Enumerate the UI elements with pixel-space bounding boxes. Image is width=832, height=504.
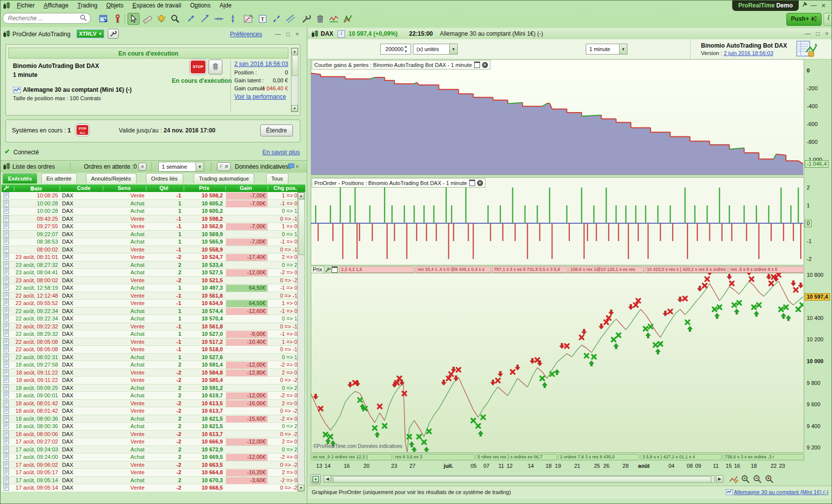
scroll-up-icon[interactable]: ▲ xyxy=(291,48,298,55)
table-row[interactable]: 18 août, 08:00:06DAXVente-210 613,70 => … xyxy=(1,431,305,439)
tab-en-attente[interactable]: En attente xyxy=(41,173,77,184)
table-row[interactable]: 23 août, 08:00:02DAXVente-210 521,50 => … xyxy=(1,277,305,285)
order-details-icon[interactable] xyxy=(3,269,9,276)
table-row[interactable]: 17 août, 09:24:03DAXAchat210 672,90 => 2 xyxy=(1,446,305,454)
units-select[interactable]: (x) unités▼ xyxy=(413,44,458,55)
search-input[interactable] xyxy=(2,13,91,24)
chart-scrollbar-track[interactable] xyxy=(332,475,715,483)
table-row[interactable]: 22 août, 08:29:32DAXAchat110 527,0-9,00€… xyxy=(1,330,305,338)
order-details-icon[interactable] xyxy=(3,377,9,384)
point-tool-icon[interactable] xyxy=(185,13,197,25)
table-row[interactable]: 08:00:02DAXVente-110 558,90 => -1 xyxy=(1,246,305,254)
equity-chart[interactable] xyxy=(311,60,803,175)
table-row[interactable]: 17 août, 09:05:17DAXVente-210 664,8-16,2… xyxy=(1,469,305,477)
close-button[interactable]: × xyxy=(820,1,828,9)
scroll-left-icon[interactable]: ◀ xyxy=(324,475,331,483)
table-row[interactable]: 18 août, 09:09:25DAXAchat210 591,20 => 2 xyxy=(1,384,305,392)
minimize-button[interactable]: — xyxy=(810,1,818,9)
pointer-tool-icon[interactable] xyxy=(128,13,139,25)
order-details-icon[interactable] xyxy=(3,292,9,300)
trash-icon[interactable] xyxy=(314,13,326,25)
trend-line-icon[interactable] xyxy=(199,13,211,25)
indicator-chart-icon[interactable] xyxy=(328,13,340,25)
order-details-icon[interactable] xyxy=(3,384,9,392)
performance-link[interactable]: Voir la performance xyxy=(234,93,286,100)
refresh-button[interactable] xyxy=(824,13,832,26)
proorder-maximize-icon[interactable]: □ xyxy=(286,31,290,38)
clear-pending-icon[interactable]: ✖ xyxy=(139,163,146,171)
tab-trading-automatique[interactable]: Trading automatique xyxy=(194,173,255,184)
orders-close-icon[interactable]: × xyxy=(295,163,299,170)
table-row[interactable]: 18 août, 08:01:42DAXVente-210 613,5-16,0… xyxy=(1,400,305,408)
table-row[interactable]: 22 août, 08:02:31DAXAchat110 527,60 => 1 xyxy=(1,354,305,362)
menu-espaces-de-travail[interactable]: Espaces de travail xyxy=(128,0,186,11)
period-select[interactable]: 1 semaine▼ xyxy=(158,162,204,172)
table-row[interactable]: 22 août, 09:55:52DAXVente-110 634,964,50… xyxy=(1,300,305,308)
order-details-icon[interactable] xyxy=(3,238,9,246)
table-row[interactable]: 09:27:55DAXVente-110 562,9-7,00€1 => 0 xyxy=(1,223,305,231)
positions-chart[interactable] xyxy=(311,178,803,265)
order-details-icon[interactable] xyxy=(3,253,9,261)
filter-button[interactable]: F ✖ xyxy=(217,162,231,171)
chart-minimize-icon[interactable]: — xyxy=(805,30,811,37)
menu-objets[interactable]: Objets xyxy=(102,0,128,11)
detach-window-icon[interactable] xyxy=(332,266,338,273)
table-row[interactable]: 18 août, 09:27:58DAXAchat210 591,4-12,00… xyxy=(1,361,305,369)
text-tool-icon[interactable]: T xyxy=(257,13,269,25)
order-details-icon[interactable] xyxy=(3,477,9,484)
horizontal-line-icon[interactable] xyxy=(213,13,225,25)
info-icon[interactable]: i xyxy=(338,30,345,38)
tab-ex-cut-s[interactable]: Exécutés xyxy=(2,173,37,184)
table-row[interactable]: 18 août, 09:11:22DAXVente-210 585,40 => … xyxy=(1,377,305,384)
settings-tools-icon[interactable] xyxy=(300,13,312,25)
order-details-icon[interactable] xyxy=(3,323,9,330)
order-details-icon[interactable] xyxy=(3,200,9,207)
chart-maximize-icon[interactable]: □ xyxy=(816,30,820,37)
scroll-down-icon[interactable]: ▼ xyxy=(291,105,298,112)
table-row[interactable]: 22 août, 09:22:34DAXAchat110 570,40 => 1 xyxy=(1,315,305,323)
new-window-icon[interactable] xyxy=(98,13,110,25)
stop-all-button[interactable]: STOPALL xyxy=(75,124,89,136)
table-row[interactable]: 18 août, 09:11:22DAXVente-210 584,8-12,8… xyxy=(1,369,305,377)
orders-scrollbar[interactable]: ▲ ▼ xyxy=(297,192,305,492)
positions-chart-tab[interactable]: ProOrder - Positions : Binomio AutoTradi… xyxy=(312,178,485,188)
order-details-icon[interactable] xyxy=(3,246,9,253)
tab-tous[interactable]: Tous xyxy=(266,173,288,184)
order-details-icon[interactable] xyxy=(3,231,9,238)
tab-annul-s-rejet-s[interactable]: Annulés/Rejetés xyxy=(86,173,137,184)
fibonacci-tool-icon[interactable] xyxy=(243,13,255,25)
scroll-down-icon[interactable]: ▼ xyxy=(298,485,304,491)
order-details-icon[interactable] xyxy=(3,223,9,230)
table-row[interactable]: 17 août, 09:05:14DAXAchat210 670,3-3,60€… xyxy=(1,477,305,485)
menu-affichage[interactable]: Affichage xyxy=(39,0,73,11)
orders-table-header[interactable]: | ⇧ Date |Code |Sens |Qté |Prix |Gain |C… xyxy=(1,185,305,192)
zoom-in-icon[interactable] xyxy=(764,474,774,486)
table-row[interactable]: 17 août, 09:27:02DAXVente-210 666,9-12,0… xyxy=(1,438,305,446)
order-details-icon[interactable] xyxy=(3,400,9,407)
order-details-icon[interactable] xyxy=(3,438,9,445)
chart-close-icon[interactable]: × xyxy=(825,30,829,37)
table-row[interactable]: 22 août, 08:05:08DAXVente-110 518,00 => … xyxy=(1,346,305,354)
menu-fichier[interactable]: Fichier xyxy=(12,0,39,11)
zoom-out-icon[interactable] xyxy=(753,474,763,486)
table-row[interactable]: 22 août, 12:12:48DAXVente-110 561,80 => … xyxy=(1,292,305,300)
order-details-icon[interactable] xyxy=(3,300,9,307)
card-scrollbar[interactable]: ▲ ▼ xyxy=(291,48,298,112)
ruler-tool-icon[interactable] xyxy=(141,13,153,25)
table-row[interactable]: 18 août, 08:01:42DAXVente-210 613,70 => … xyxy=(1,407,305,415)
table-row[interactable]: 22 août, 08:05:08DAXVente-110 517,2-10,4… xyxy=(1,338,305,346)
account-select[interactable]: XTRLV▼ xyxy=(76,29,105,39)
close-icon[interactable]: ✕ xyxy=(482,62,488,68)
table-row[interactable]: 10:00:28DAXAchat110 605,20 => 1 xyxy=(1,207,305,215)
table-row[interactable]: 17 août, 09:05:14DAXVente-210 668,50 => … xyxy=(1,484,305,492)
timeframe-select[interactable]: 1 minute▼ xyxy=(586,44,627,55)
order-details-icon[interactable] xyxy=(3,192,9,199)
order-details-icon[interactable] xyxy=(3,361,9,369)
vertical-line-icon[interactable] xyxy=(227,13,239,25)
table-row[interactable]: 23 août, 08:27:32DAXAchat210 533,40 => 2 xyxy=(1,261,305,269)
detach-window-icon[interactable] xyxy=(474,62,480,68)
order-details-icon[interactable] xyxy=(3,315,9,322)
price-chart[interactable] xyxy=(311,273,803,452)
extend-button[interactable]: Étendre xyxy=(260,125,293,136)
table-row[interactable]: 10:00:28DAXAchat110 605,2-7,00€-1 => 0 xyxy=(1,200,305,208)
